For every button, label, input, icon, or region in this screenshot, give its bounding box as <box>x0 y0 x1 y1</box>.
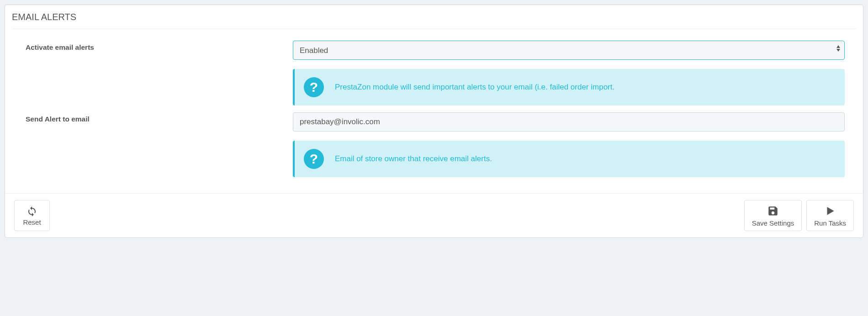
run-button[interactable]: Run Tasks <box>806 200 854 231</box>
form-body: Activate email alerts Enabled ? PrestaZo… <box>14 36 854 193</box>
panel-footer: Reset Save Settings Run Tasks <box>5 193 863 237</box>
reset-label: Reset <box>23 218 41 226</box>
sendto-help: ? Email of store owner that receive emai… <box>293 141 845 177</box>
refresh-icon <box>26 205 38 216</box>
svg-marker-2 <box>827 207 834 215</box>
activate-help-text: PrestaZon module will send important ale… <box>335 83 614 92</box>
footer-right: Save Settings Run Tasks <box>744 200 854 231</box>
activate-help: ? PrestaZon module will send important a… <box>293 69 845 105</box>
help-icon: ? <box>304 149 324 169</box>
play-icon <box>824 205 836 217</box>
panel-title: EMAIL ALERTS <box>12 12 856 29</box>
save-button[interactable]: Save Settings <box>744 200 802 231</box>
save-label: Save Settings <box>752 219 794 227</box>
sendto-input[interactable] <box>293 112 845 132</box>
activate-label: Activate email alerts <box>19 41 293 105</box>
activate-field: Enabled ? PrestaZon module will send imp… <box>293 41 849 105</box>
email-alerts-panel: EMAIL ALERTS Activate email alerts Enabl… <box>5 5 863 238</box>
save-icon <box>767 205 779 217</box>
run-label: Run Tasks <box>814 219 846 227</box>
sendto-label: Send Alert to email <box>19 112 293 177</box>
reset-button[interactable]: Reset <box>14 200 50 231</box>
form-group-activate: Activate email alerts Enabled ? PrestaZo… <box>19 41 849 105</box>
sendto-field: ? Email of store owner that receive emai… <box>293 112 849 177</box>
activate-select-wrap: Enabled <box>293 41 845 60</box>
help-icon: ? <box>304 77 324 97</box>
activate-select[interactable]: Enabled <box>293 41 845 60</box>
form-group-sendto: Send Alert to email ? Email of store own… <box>19 112 849 177</box>
sendto-help-text: Email of store owner that receive email … <box>335 154 492 163</box>
